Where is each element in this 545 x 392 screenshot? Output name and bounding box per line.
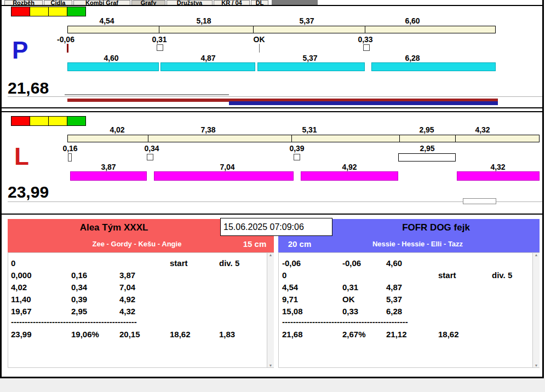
window-border-right <box>542 0 544 378</box>
tab-grafy[interactable]: Grafy <box>131 0 165 5</box>
cell: 4,54 <box>282 281 342 293</box>
dog-time-bar <box>70 171 147 181</box>
cell <box>438 281 492 293</box>
light-yellow-icon <box>48 7 67 16</box>
scroll-down-icon[interactable]: ▼ <box>269 364 273 367</box>
cell: 4,87 <box>386 281 438 293</box>
light-red-icon <box>11 116 30 126</box>
marker-checkbox[interactable] <box>147 154 153 160</box>
table-totals-row: 23,99 19,06% 20,15 18,62 1,83 <box>11 328 266 341</box>
bar-segment <box>68 135 148 142</box>
cell: 4,60 <box>386 257 438 269</box>
cell: start <box>438 269 492 281</box>
cell: 0,34 <box>71 281 119 293</box>
cell: 0 <box>282 269 342 281</box>
table-separator: ----------------------------------------… <box>11 318 163 326</box>
light-yellow-icon <box>48 116 67 126</box>
table-row: 4,02 0,34 7,04 <box>11 281 266 293</box>
cell <box>219 293 266 305</box>
table-totals-row: 21,68 2,67% 21,12 18,62 <box>282 328 536 341</box>
split-time-label: 5,18 <box>182 16 226 25</box>
window-border-left <box>0 0 2 378</box>
light-green-icon <box>67 7 86 16</box>
light-yellow-icon <box>30 116 49 126</box>
table-row: 11,40 0,39 4,92 <box>11 293 266 305</box>
cell: 20,15 <box>119 328 170 341</box>
split-time-label: 4,32 <box>461 125 504 134</box>
team-right-name: FOFR DOG fejk <box>332 219 540 236</box>
bar-segment <box>68 26 159 33</box>
table-row: 19,67 2,95 4,32 <box>11 305 266 318</box>
team-right-members: Nessie - Hessie - Elli - Tazz <box>318 236 518 252</box>
cell <box>219 281 266 293</box>
table-row: 15,08 0,33 6,28 <box>282 305 536 318</box>
scroll-down-icon[interactable]: ▼ <box>535 364 538 367</box>
marker-checkbox[interactable] <box>157 44 163 51</box>
window-bottom-strip <box>0 378 545 392</box>
tab-kombi-graf[interactable]: Kombi Graf <box>73 0 130 5</box>
bar-segment <box>365 26 495 33</box>
cell: 2,67% <box>342 328 386 341</box>
cell <box>119 257 170 269</box>
cell: 21,68 <box>282 328 342 341</box>
marker-checkbox[interactable] <box>294 154 300 160</box>
cell: 1,83 <box>219 328 266 341</box>
cell: div. 5 <box>219 257 266 269</box>
cell: 3,87 <box>119 269 170 281</box>
dog-time-label: 4,60 <box>89 54 133 62</box>
tab-druzstva[interactable]: Družstva <box>167 0 213 5</box>
tab-cidla[interactable]: Čidla <box>44 0 72 5</box>
dog-time-label: 4,87 <box>186 54 230 62</box>
dog-time-bar <box>67 62 159 71</box>
dog-time-label: 5,37 <box>288 54 332 62</box>
marker-checkbox[interactable] <box>363 44 370 51</box>
cell <box>492 305 536 318</box>
lane-letter-p: P <box>12 38 28 62</box>
scrollbar-right-table[interactable]: ▲ ▼ <box>532 253 540 367</box>
tab-label: Kombi Graf <box>85 0 118 5</box>
team-left-members: Zee - Gordy - Kešu - Angie <box>27 236 246 252</box>
cell <box>492 328 536 341</box>
cell: 4,32 <box>119 305 170 318</box>
scroll-up-icon[interactable]: ▲ <box>269 253 273 257</box>
cell <box>342 269 386 281</box>
dog-time-bar <box>371 62 496 71</box>
light-red-icon <box>11 7 30 16</box>
tab-kr-04[interactable]: KR / 04 <box>214 0 250 5</box>
marker-label: -0,06 <box>44 35 88 44</box>
tab-dl[interactable]: DL <box>251 0 268 5</box>
progress-placeholder-box <box>463 198 496 204</box>
cell <box>492 257 536 269</box>
tab-bar: Rozběh Čidla Kombi Graf Grafy Družstva K… <box>0 0 545 5</box>
tab-rozbeh[interactable]: Rozběh <box>4 0 43 5</box>
lane-letter-l: L <box>14 145 29 169</box>
cell <box>438 305 492 318</box>
cell: 0,16 <box>71 269 119 281</box>
panel-separator <box>0 111 544 112</box>
cell: 0,33 <box>342 305 386 318</box>
marker-label: 0,34 <box>130 144 174 153</box>
marker-slim-box[interactable] <box>68 153 72 162</box>
table-row: 4,54 0,31 4,87 <box>282 281 536 293</box>
split-time-label: 5,37 <box>285 16 329 25</box>
dog-time-bar <box>457 171 540 181</box>
cell: 21,12 <box>386 328 438 341</box>
cell <box>492 281 536 293</box>
panel-divider-line <box>8 201 542 202</box>
table-row: -0,06 -0,06 4,60 <box>282 257 536 269</box>
cell <box>219 305 266 318</box>
dog-time-bar <box>301 171 398 181</box>
table-row: 0 start div. 5 <box>11 257 266 269</box>
panel-divider-line <box>8 96 542 97</box>
scrollbar-left-table[interactable]: ▲ ▼ <box>267 253 274 367</box>
cell <box>170 293 219 305</box>
marker-label: 0,33 <box>343 35 387 44</box>
scroll-up-icon[interactable]: ▲ <box>535 253 538 257</box>
progress-blue-bar <box>229 101 498 105</box>
lane-total-time-l: 23,99 <box>8 184 49 200</box>
split-time-label: 6,60 <box>391 16 434 25</box>
cell: 18,62 <box>170 328 219 341</box>
panel-separator <box>0 214 544 215</box>
cell <box>170 269 219 281</box>
cell: 4,92 <box>119 293 170 305</box>
